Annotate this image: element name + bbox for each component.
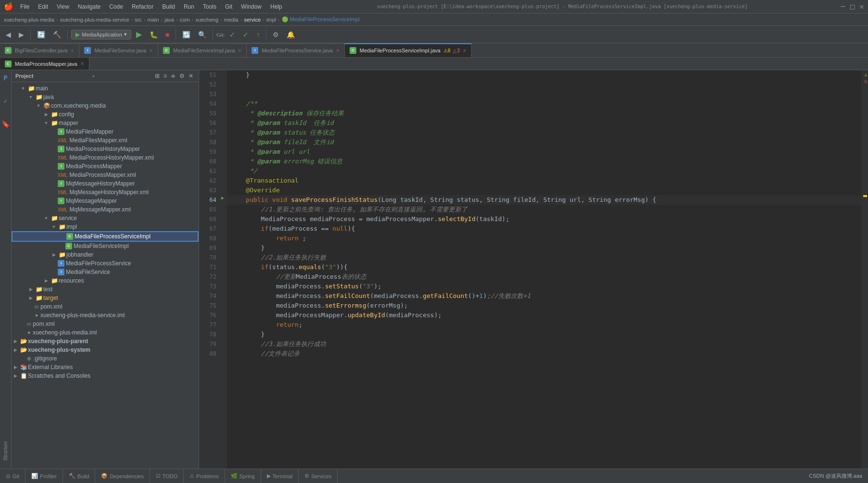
git-push-btn[interactable]: ↑	[253, 29, 263, 40]
breadcrumb-classname[interactable]: 🟢 MediaFileProcessServiceImpl	[282, 16, 360, 23]
tree-item-config[interactable]: ▶ 📁 config	[12, 110, 199, 119]
breadcrumb-item[interactable]: xuecheng	[195, 17, 218, 23]
tree-item-mqmessagemapperxml[interactable]: XML MqMessageMapper.xml	[12, 205, 199, 214]
tree-item-external-libs[interactable]: ▶ 📚 External Libraries	[12, 363, 199, 372]
breadcrumb-item[interactable]: main	[148, 17, 159, 23]
tree-item-mediafilesmapper[interactable]: I MediaFilesMapper	[12, 127, 199, 136]
tree-item-impl[interactable]: ▼ 📁 impl	[12, 223, 199, 231]
sub-tab-close-icon[interactable]: ✕	[80, 61, 84, 66]
settings-gear-icon[interactable]: ⚙	[178, 72, 186, 80]
tree-item-mqmessagemapper[interactable]: I MqMessageMapper	[12, 197, 199, 205]
tree-item-main[interactable]: ▼ 📁 main	[12, 84, 199, 93]
tree-item-mediafilesmapperxml[interactable]: XML MediaFilesMapper.xml	[12, 136, 199, 145]
breadcrumb-item[interactable]: xuecheng-plus-media-service	[60, 17, 129, 23]
tree-options-btn[interactable]: ≑	[169, 72, 177, 80]
bottom-tab-services[interactable]: ⚙ Services	[299, 469, 338, 483]
menu-edit[interactable]: Edit	[34, 2, 52, 11]
tree-item-java[interactable]: ▼ 📁 java	[12, 93, 199, 101]
tree-item-mediafileprocessservice[interactable]: I MediaFileProcessService	[12, 259, 199, 268]
notifications-btn[interactable]: 🔔	[284, 29, 298, 40]
tree-item-iml-media[interactable]: ✦ xuecheng-plus-media.iml	[12, 328, 199, 337]
menu-run[interactable]: Run	[180, 2, 198, 11]
tree-item-scratches[interactable]: ▶ 📋 Scratches and Consoles	[12, 372, 199, 380]
forward-btn[interactable]: ▶	[16, 29, 27, 40]
stop-btn[interactable]: ■	[163, 29, 172, 40]
tree-item-gitignore[interactable]: ⚙ .gitignore	[12, 354, 199, 363]
git-x-btn[interactable]: ✓	[240, 29, 252, 40]
bottom-tab-profiler[interactable]: 📊 Profiler	[25, 469, 63, 483]
tab-mediafileserviceimpl[interactable]: C MediaFileServiceImpl.java ✕	[158, 43, 247, 57]
tree-item-mediaprocesshistorymapperxml[interactable]: XML MediaProcessHistoryMapper.xml	[12, 153, 199, 162]
back-btn[interactable]: ◀	[3, 29, 14, 40]
project-dropdown-icon[interactable]: ▾	[92, 74, 95, 79]
tab-mediafileprocessserviceimpl[interactable]: C MediaFileProcessServiceImpl.java ⚠8 △3…	[344, 43, 472, 57]
breadcrumb-item[interactable]: impl	[266, 17, 276, 23]
refresh-btn[interactable]: 🔄	[34, 29, 48, 40]
tab-close-icon[interactable]: ✕	[238, 48, 241, 53]
project-icon[interactable]: P	[1, 72, 9, 84]
close-btn[interactable]: ✕	[859, 2, 864, 11]
update-btn[interactable]: 🔃	[179, 29, 193, 40]
git-checkmark-btn[interactable]: ✓	[226, 29, 238, 40]
debug-btn[interactable]: 🐛	[147, 29, 161, 40]
tree-item-mapper[interactable]: ▼ 📁 mapper	[12, 119, 199, 127]
breadcrumb-item[interactable]: com	[180, 17, 190, 23]
breadcrumb-service[interactable]: service	[244, 17, 261, 23]
code-editor[interactable]: } /** * @description 保存任务结果 * @param tas…	[227, 70, 861, 469]
bottom-tab-dependencies[interactable]: 📦 Dependencies	[95, 469, 150, 483]
tree-item-mediaprocesshistorymapper[interactable]: I MediaProcessHistoryMapper	[12, 145, 199, 153]
breadcrumb-item[interactable]: java	[164, 17, 174, 23]
breadcrumb-item[interactable]: src	[135, 17, 142, 23]
minimize-btn[interactable]: ─	[841, 2, 845, 11]
bottom-tab-terminal[interactable]: ▶ Terminal	[261, 469, 299, 483]
tree-item-parent[interactable]: ▶ 📂 xuecheng-plus-parent	[12, 337, 199, 346]
tree-item-test[interactable]: ▶ 📁 test	[12, 285, 199, 294]
tab-bigfilescontroller[interactable]: C BigFilesController.java ✕	[0, 43, 79, 57]
menu-code[interactable]: Code	[105, 2, 127, 11]
tree-item-service[interactable]: ▼ 📁 service	[12, 214, 199, 223]
collapse-all-btn[interactable]: ⊞	[153, 72, 161, 80]
tree-item-pomxml-top[interactable]: m pom.xml	[12, 320, 199, 328]
tree-item-mediafileserviceimpl[interactable]: C MediaFileServiceImpl	[12, 242, 199, 250]
build-btn[interactable]: 🔨	[50, 29, 64, 40]
bottom-tab-todo[interactable]: ☑ TODO	[150, 469, 184, 483]
bottom-tab-spring[interactable]: 🌿 Spring	[225, 469, 261, 483]
close-panel-btn[interactable]: ✕	[187, 72, 195, 80]
breadcrumb-item[interactable]: xuecheng-plus-media	[4, 17, 54, 23]
menu-tools[interactable]: Tools	[199, 2, 220, 11]
menu-build[interactable]: Build	[158, 2, 179, 11]
run-config-dropdown[interactable]: ▶ MediaApplication ▾	[71, 30, 131, 39]
sub-tab-mediaprocessmapper[interactable]: C MediaProcessMapper.java ✕	[0, 58, 89, 70]
tab-close-icon[interactable]: ✕	[149, 48, 153, 53]
menu-navigate[interactable]: Navigate	[74, 2, 104, 11]
menu-file[interactable]: File	[16, 2, 33, 11]
run-btn[interactable]: ▶	[133, 28, 145, 40]
bottom-tab-git[interactable]: ◎ Git	[0, 469, 25, 483]
scroll-to-file-btn[interactable]: ≡	[162, 72, 168, 80]
tab-mediafileprocessservice[interactable]: I MediaFileProcessService.java ✕	[246, 43, 344, 57]
tree-item-iml-service[interactable]: ✦ xuecheng-plus-media-service.iml	[12, 311, 199, 320]
tree-item-target[interactable]: ▶ 📁 target	[12, 294, 199, 302]
maximize-btn[interactable]: □	[850, 2, 855, 11]
tree-item-resources[interactable]: ▶ 📁 resources	[12, 276, 199, 285]
menu-help[interactable]: Help	[266, 2, 286, 11]
tab-mediafileservice[interactable]: I MediaFileService.java ✕	[79, 43, 158, 57]
tree-item-mediafileservice[interactable]: I MediaFileService	[12, 268, 199, 276]
tree-item-mediaprocessmapperxml[interactable]: XML MediaProcessMapper.xml	[12, 171, 199, 179]
search-everywhere-btn[interactable]: 🔍	[195, 29, 209, 40]
settings-btn[interactable]: ⚙	[270, 29, 282, 40]
tree-item-mediaprocessmapper[interactable]: I MediaProcessMapper	[12, 162, 199, 171]
tree-item-mqmessagehistorymapper[interactable]: I MqMessageHistoryMapper	[12, 179, 199, 188]
tree-item-jobhandler[interactable]: ▶ 📁 jobhandler	[12, 250, 199, 259]
structure-label[interactable]: Structure	[2, 439, 9, 463]
bookmark-icon[interactable]: 🔖	[0, 118, 12, 130]
tree-item-package[interactable]: ▼ 📦 com.xuecheng.media	[12, 101, 199, 110]
bottom-tab-problems[interactable]: ⚠ Problems	[184, 469, 225, 483]
tab-close-icon[interactable]: ✕	[336, 48, 340, 53]
tab-close-icon[interactable]: ✕	[70, 48, 74, 53]
bottom-tab-build[interactable]: 🔨 Build	[63, 469, 95, 483]
menu-window[interactable]: Window	[237, 2, 265, 11]
tree-item-mqmessagehistorymapperxml[interactable]: XML MqMessageHistoryMapper.xml	[12, 188, 199, 197]
menu-refactor[interactable]: Refactor	[128, 2, 157, 11]
code-area[interactable]: 51 52 53 54 55 56 57 58 59 60 61 62 63 6…	[199, 70, 868, 469]
